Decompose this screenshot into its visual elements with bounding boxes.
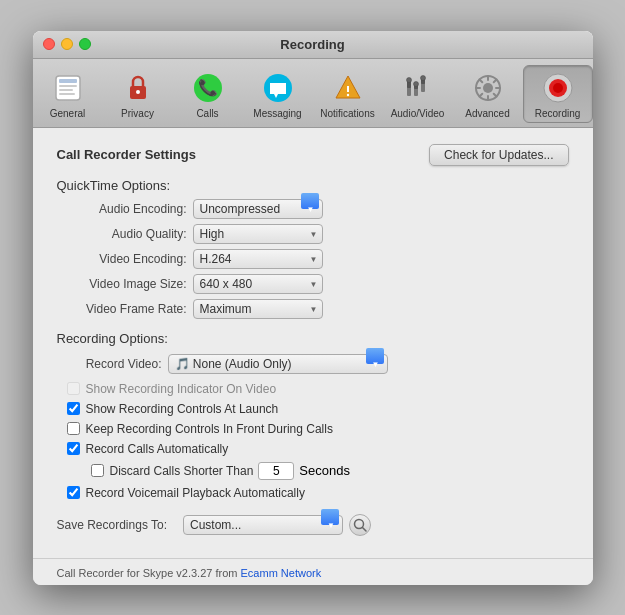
record-video-label: Record Video: [57, 357, 162, 371]
toolbar-item-recording[interactable]: Recording [523, 65, 593, 123]
svg-point-6 [136, 90, 140, 94]
main-window: Recording General [33, 31, 593, 585]
traffic-lights [43, 38, 91, 50]
svg-point-20 [413, 81, 418, 86]
discard-calls-label: Discard Calls Shorter Than [110, 464, 254, 478]
toolbar-label-privacy: Privacy [121, 108, 154, 120]
svg-rect-4 [59, 93, 75, 95]
video-frame-rate-select-wrapper: Maximum 30 fps 24 fps [193, 299, 323, 319]
toolbar-item-general[interactable]: General [33, 65, 103, 123]
toolbar-item-privacy[interactable]: Privacy [103, 65, 173, 123]
toolbar-label-calls: Calls [196, 108, 218, 120]
quicktime-label: QuickTime Options: [57, 178, 569, 193]
record-calls-checkbox[interactable] [67, 442, 80, 455]
audio-quality-label: Audio Quality: [57, 227, 187, 241]
toolbar-label-notifications: Notifications [320, 108, 374, 120]
notifications-icon [330, 70, 366, 106]
svg-point-26 [553, 83, 563, 93]
video-encoding-label: Video Encoding: [57, 252, 187, 266]
record-video-select[interactable]: 🎵 None (Audio Only) Front Camera Both Ca… [168, 354, 388, 374]
calls-icon: 📞 [190, 70, 226, 106]
show-indicator-checkbox[interactable] [67, 382, 80, 395]
discard-calls-row: Discard Calls Shorter Than Seconds [91, 462, 569, 480]
show-indicator-label: Show Recording Indicator On Video [86, 382, 277, 396]
call-recorder-label: Call Recorder Settings [57, 147, 196, 162]
show-controls-checkbox[interactable] [67, 402, 80, 415]
maximize-button[interactable] [79, 38, 91, 50]
svg-point-23 [483, 83, 493, 93]
toolbar-item-calls[interactable]: 📞 Calls [173, 65, 243, 123]
toolbar-item-advanced[interactable]: Advanced [453, 65, 523, 123]
show-controls-label: Show Recording Controls At Launch [86, 402, 279, 416]
toolbar-item-notifications[interactable]: Notifications [313, 65, 383, 123]
audiovideo-icon [400, 70, 436, 106]
svg-rect-11 [347, 86, 349, 92]
save-to-select[interactable]: Custom... Desktop Documents [183, 515, 343, 535]
svg-rect-2 [59, 85, 77, 87]
messaging-icon [260, 70, 296, 106]
title-bar: Recording [33, 31, 593, 59]
video-encoding-row: Video Encoding: H.264 H.265 [57, 249, 569, 269]
recording-icon [540, 70, 576, 106]
toolbar-label-advanced: Advanced [465, 108, 509, 120]
audio-encoding-label: Audio Encoding: [57, 202, 187, 216]
svg-point-19 [406, 77, 411, 82]
svg-line-28 [363, 527, 367, 531]
advanced-icon [470, 70, 506, 106]
record-calls-row: Record Calls Automatically [67, 442, 569, 456]
video-frame-rate-select[interactable]: Maximum 30 fps 24 fps [193, 299, 323, 319]
toolbar-item-messaging[interactable]: Messaging [243, 65, 313, 123]
toolbar-item-audiovideo[interactable]: Audio/Video [383, 65, 453, 123]
footer-link[interactable]: Ecamm Network [241, 567, 322, 579]
recording-options-label: Recording Options: [57, 331, 569, 346]
toolbar-label-messaging: Messaging [253, 108, 301, 120]
audio-encoding-select[interactable]: Uncompressed Compressed [193, 199, 323, 219]
audio-encoding-select-wrapper: Uncompressed Compressed [193, 199, 323, 219]
minimize-button[interactable] [61, 38, 73, 50]
general-icon [50, 70, 86, 106]
recording-options-section: Recording Options: Record Video: 🎵 None … [57, 331, 569, 500]
close-button[interactable] [43, 38, 55, 50]
keep-controls-label: Keep Recording Controls In Front During … [86, 422, 333, 436]
keep-controls-row: Keep Recording Controls In Front During … [67, 422, 569, 436]
quicktime-section: QuickTime Options: Audio Encoding: Uncom… [57, 178, 569, 319]
save-to-label: Save Recordings To: [57, 518, 168, 532]
top-row: Call Recorder Settings Check for Updates… [57, 144, 569, 166]
seconds-label: Seconds [299, 463, 350, 478]
video-image-size-select-wrapper: 640 x 480 1280 x 720 [193, 274, 323, 294]
record-voicemail-label: Record Voicemail Playback Automatically [86, 486, 305, 500]
show-indicator-row: Show Recording Indicator On Video [67, 382, 569, 396]
svg-point-12 [346, 93, 348, 95]
record-voicemail-checkbox[interactable] [67, 486, 80, 499]
record-calls-label: Record Calls Automatically [86, 442, 229, 456]
record-video-select-wrapper: 🎵 None (Audio Only) Front Camera Both Ca… [168, 354, 388, 374]
audio-quality-row: Audio Quality: High Medium Low [57, 224, 569, 244]
discard-seconds-input[interactable] [258, 462, 294, 480]
audio-quality-select[interactable]: High Medium Low [193, 224, 323, 244]
toolbar-label-general: General [50, 108, 86, 120]
video-image-size-row: Video Image Size: 640 x 480 1280 x 720 [57, 274, 569, 294]
footer: Call Recorder for Skype v2.3.27 from Eca… [33, 558, 593, 585]
video-frame-rate-row: Video Frame Rate: Maximum 30 fps 24 fps [57, 299, 569, 319]
discard-calls-checkbox[interactable] [91, 464, 104, 477]
audio-encoding-row: Audio Encoding: Uncompressed Compressed [57, 199, 569, 219]
check-updates-button[interactable]: Check for Updates... [429, 144, 568, 166]
svg-text:📞: 📞 [198, 78, 218, 97]
toolbar-label-audiovideo: Audio/Video [391, 108, 445, 120]
toolbar-label-recording: Recording [535, 108, 581, 120]
video-encoding-select[interactable]: H.264 H.265 [193, 249, 323, 269]
svg-rect-1 [59, 79, 77, 83]
svg-point-21 [420, 75, 425, 80]
video-image-size-select[interactable]: 640 x 480 1280 x 720 [193, 274, 323, 294]
svg-rect-3 [59, 89, 73, 91]
save-row: Save Recordings To: Custom... Desktop Do… [57, 514, 569, 536]
main-content: Call Recorder Settings Check for Updates… [33, 128, 593, 558]
window-title: Recording [280, 37, 344, 52]
privacy-icon [120, 70, 156, 106]
footer-text: Call Recorder for Skype v2.3.27 from [57, 567, 241, 579]
browse-button[interactable] [349, 514, 371, 536]
keep-controls-checkbox[interactable] [67, 422, 80, 435]
video-image-size-label: Video Image Size: [57, 277, 187, 291]
show-controls-row: Show Recording Controls At Launch [67, 402, 569, 416]
video-frame-rate-label: Video Frame Rate: [57, 302, 187, 316]
